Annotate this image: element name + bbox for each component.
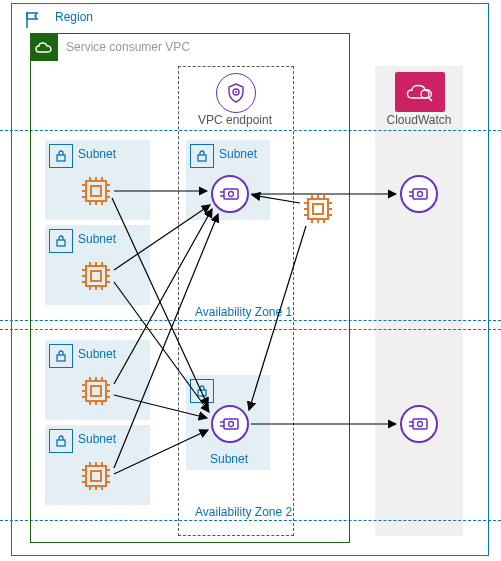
endpoint-shield-icon [216,73,256,113]
svg-point-3 [421,90,429,98]
subnet-a-label: Subnet [78,147,116,161]
svg-rect-74 [86,466,106,486]
vpc-endpoint-label: VPC endpoint [195,113,275,127]
svg-rect-88 [198,390,206,396]
network-interface-icon [400,175,438,213]
cloudwatch-magnifier-icon [395,72,445,112]
svg-rect-75 [91,471,101,481]
ec2-instance-icon [80,260,112,292]
network-interface-icon [211,175,249,213]
private-lock-icon [49,144,73,168]
svg-rect-7 [91,186,101,196]
cloudwatch-label: CloudWatch [380,113,458,127]
svg-point-92 [229,422,234,427]
private-lock-icon [49,229,73,253]
svg-rect-58 [57,355,65,361]
subnet-endpoint-az2-label: Subnet [210,452,248,466]
vpc-cloud-icon [30,33,58,61]
svg-rect-89 [224,419,238,429]
private-lock-icon [49,344,73,368]
svg-rect-60 [91,386,101,396]
subnet-c-label: Subnet [78,347,116,361]
svg-rect-35 [198,155,206,161]
svg-rect-6 [86,181,106,201]
svg-rect-41 [313,204,323,214]
subnet-d-label: Subnet [78,432,116,446]
svg-point-2 [235,91,237,93]
subnet-b-label: Subnet [78,232,116,246]
region-label: Region [55,10,93,24]
svg-rect-93 [413,419,427,429]
svg-rect-59 [86,381,106,401]
ec2-instance-icon [302,193,334,225]
private-lock-icon [190,379,214,403]
region-flag-icon [23,10,43,30]
vpc-label: Service consumer VPC [66,40,190,54]
svg-point-39 [229,192,234,197]
private-lock-icon [49,429,73,453]
subnet-endpoint-az1-label: Subnet [219,147,257,161]
svg-point-57 [418,192,423,197]
ec2-instance-icon [80,175,112,207]
ec2-instance-icon [80,460,112,492]
svg-rect-5 [57,155,65,161]
svg-rect-36 [224,189,238,199]
svg-point-96 [418,422,423,427]
svg-rect-40 [308,199,328,219]
svg-rect-22 [91,271,101,281]
network-interface-icon [211,405,249,443]
svg-rect-73 [57,440,65,446]
network-interface-icon [400,405,438,443]
svg-rect-20 [57,240,65,246]
ec2-instance-icon [80,375,112,407]
private-lock-icon [190,144,214,168]
az1-label: Availability Zone 1 [195,305,292,319]
diagram-canvas: Region Service consumer VPC VPC endpoint… [0,0,501,561]
svg-rect-21 [86,266,106,286]
svg-rect-54 [413,189,427,199]
az2-label: Availability Zone 2 [195,505,292,519]
